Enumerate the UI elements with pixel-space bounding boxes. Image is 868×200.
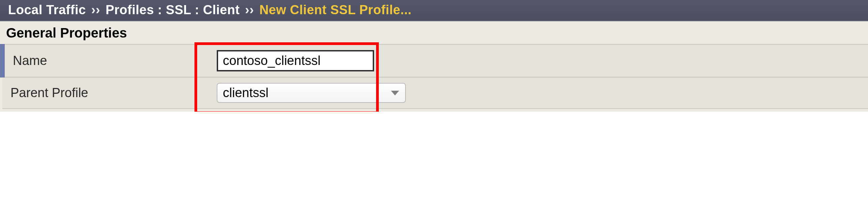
section-title-general-properties: General Properties	[6, 25, 868, 41]
content-area: General Properties Name Parent Profile c…	[0, 21, 868, 112]
parent-profile-select[interactable]: clientssl	[217, 83, 406, 103]
breadcrumb-separator: ››	[243, 3, 256, 17]
label-name: Name	[2, 44, 209, 77]
breadcrumb-separator: ››	[89, 3, 102, 17]
breadcrumb-seg-profiles-ssl-client[interactable]: Profiles : SSL : Client	[106, 3, 240, 17]
chevron-down-icon	[391, 91, 399, 95]
cell-parent-profile-value: clientssl	[209, 77, 868, 109]
general-properties-table: Name Parent Profile clientssl	[0, 44, 868, 109]
row-parent-profile: Parent Profile clientssl	[2, 77, 868, 109]
row-name: Name	[2, 44, 868, 77]
label-parent-profile: Parent Profile	[2, 77, 209, 109]
breadcrumb: Local Traffic ›› Profiles : SSL : Client…	[0, 0, 868, 21]
breadcrumb-seg-active: New Client SSL Profile...	[259, 3, 412, 17]
breadcrumb-seg-local-traffic[interactable]: Local Traffic	[8, 3, 86, 17]
parent-profile-selected-value: clientssl	[223, 86, 268, 100]
name-input[interactable]	[217, 50, 374, 71]
cell-name-value	[209, 44, 868, 77]
